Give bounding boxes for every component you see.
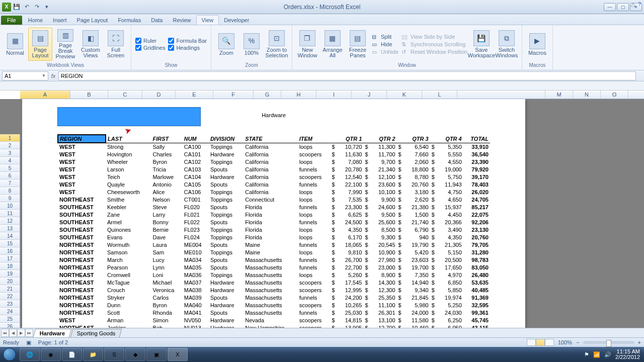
tab-developer[interactable]: Developer xyxy=(219,16,254,25)
column-header[interactable]: M xyxy=(545,90,573,99)
row-header[interactable]: 17 xyxy=(0,255,20,262)
gridlines-checkbox[interactable]: Gridlines xyxy=(135,45,165,51)
column-header[interactable]: H xyxy=(281,90,316,99)
row-header[interactable]: 25 xyxy=(0,315,20,323)
last-sheet-button[interactable]: ⏭ xyxy=(25,329,33,337)
row-header[interactable]: 5 xyxy=(0,164,20,172)
tab-page-layout[interactable]: Page Layout xyxy=(72,16,113,25)
save-workspace-button[interactable]: 💾Save Workspace xyxy=(469,28,494,61)
column-headers[interactable]: ABCDEFGHIJKLMNO xyxy=(20,90,644,99)
table-row[interactable]: WESTQuayleAntonioCA105SpoutsCaliforniafu… xyxy=(58,180,490,188)
column-header[interactable]: O xyxy=(601,90,628,99)
taskbar-explorer-icon[interactable]: 📁 xyxy=(83,348,103,361)
table-row[interactable]: WESTStrongSallyCA100ToppingsCalifornialo… xyxy=(58,143,490,150)
table-row[interactable]: SOUTHEASTArmelBonnyFL022SpoutsFloridafun… xyxy=(58,218,490,226)
maximize-button[interactable]: ▢ xyxy=(617,3,629,11)
table-row[interactable]: NORTHEASTCrouchVeronicaMA038HardwareMass… xyxy=(58,286,490,294)
table-row[interactable]: NORTHEASTMcTagueMichaelMA037HardwareMass… xyxy=(58,279,490,286)
table-row[interactable]: SOUTHEASTEvansDaveFL024ToppingsFloridalo… xyxy=(58,233,490,241)
taskbar-excel-icon[interactable]: X xyxy=(168,348,188,361)
row-header[interactable]: 6 xyxy=(0,172,20,179)
macros-button[interactable]: ▶Macros xyxy=(525,28,549,61)
sheet-tab-hardware[interactable]: Hardware xyxy=(33,329,72,337)
table-row[interactable]: SOUTHEASTZaneLarryFL021ToppingsFloridalo… xyxy=(58,211,490,218)
hide-button[interactable]: ▭Hide xyxy=(372,41,398,48)
worksheet-area[interactable]: 1234567891011121314151617181920212223242… xyxy=(0,99,644,342)
redo-icon[interactable]: ↷ xyxy=(32,3,41,12)
zoom-100-button[interactable]: %100% xyxy=(239,28,264,61)
column-header[interactable]: N xyxy=(573,90,601,99)
taskbar-ie-icon[interactable]: 🌐 xyxy=(20,348,40,361)
table-row[interactable]: WESTHovingtonCharlesCA101HardwareCalifor… xyxy=(58,150,490,158)
table-row[interactable]: NORTHEASTDunnByronMA040HardwareMassachus… xyxy=(58,301,490,309)
row-header[interactable]: 13 xyxy=(0,225,20,232)
freeze-panes-button[interactable]: ▤Freeze Panes xyxy=(346,28,370,61)
qat-dropdown-icon[interactable]: ▾ xyxy=(42,3,51,12)
headings-checkbox[interactable]: Headings xyxy=(168,45,207,51)
sheet-tab-sporting-goods[interactable]: Sporting Goods xyxy=(70,329,122,337)
zoom-selection-button[interactable]: ⊡Zoom to Selection xyxy=(265,28,289,61)
column-header[interactable]: G xyxy=(254,90,281,99)
table-row[interactable]: WESTCheeseworthAliceCA106ToppingsCalifor… xyxy=(58,188,490,196)
ruler-checkbox[interactable]: Ruler xyxy=(135,38,165,44)
windows-taskbar[interactable]: 🌐 ◉ 📄 📁 S ◆ ▣ X ⚑ 📶 🔊 11:15 AM2/22/2012 xyxy=(0,347,644,362)
help-icon[interactable]: ? xyxy=(638,1,641,8)
undo-icon[interactable]: ↶ xyxy=(22,3,31,12)
fx-icon[interactable]: fx xyxy=(48,73,58,79)
page-layout-shortcut[interactable] xyxy=(536,339,545,346)
normal-view-button[interactable]: ▦Normal xyxy=(3,28,27,61)
arrange-all-button[interactable]: ▦Arrange All xyxy=(320,28,345,61)
save-icon[interactable]: 💾 xyxy=(12,3,21,12)
column-header[interactable] xyxy=(457,90,545,99)
table-row[interactable]: NORTHEASTSmitheNelsonCT001ToppingsConnec… xyxy=(58,196,490,203)
column-header[interactable]: I xyxy=(316,90,352,99)
row-header[interactable]: 1 xyxy=(0,134,20,142)
switch-windows-button[interactable]: ⧉Switch Windows xyxy=(495,28,519,61)
column-header[interactable]: L xyxy=(422,90,457,99)
prev-sheet-button[interactable]: ◀ xyxy=(9,329,17,337)
row-header[interactable]: 7 xyxy=(0,179,20,187)
formula-bar[interactable]: REGION xyxy=(58,71,636,80)
taskbar-app-icon[interactable]: ◆ xyxy=(125,348,145,361)
minimize-button[interactable]: — xyxy=(604,3,616,11)
page-break-button[interactable]: ▥Page Break Preview xyxy=(53,28,77,61)
zoom-out-button[interactable]: − xyxy=(576,339,579,345)
row-headers[interactable]: 1234567891011121314151617181920212223242… xyxy=(0,134,20,330)
first-sheet-button[interactable]: ⏮ xyxy=(1,329,9,337)
tray-volume-icon[interactable]: 🔊 xyxy=(604,352,611,357)
row-header[interactable]: 15 xyxy=(0,240,20,247)
table-row[interactable]: NORTHEASTStrykerCarlosMA039SpoutsMassach… xyxy=(58,294,490,301)
row-header[interactable]: 20 xyxy=(0,278,20,285)
row-header[interactable]: 21 xyxy=(0,285,20,293)
zoom-level[interactable]: 100% xyxy=(558,339,572,345)
taskbar-chrome-icon[interactable]: ◉ xyxy=(41,348,61,361)
tray-clock[interactable]: 11:15 AM2/22/2012 xyxy=(615,349,640,360)
row-header[interactable]: 2 xyxy=(0,142,20,149)
table-row[interactable]: WESTTeichMarloweCA104HardwareCalifornias… xyxy=(58,173,490,180)
row-header[interactable]: 4 xyxy=(0,157,20,164)
table-row[interactable]: NORTHEASTWormuthLauraME004SpoutsMainefun… xyxy=(58,241,490,248)
normal-view-shortcut[interactable] xyxy=(527,339,536,346)
minimize-ribbon-icon[interactable]: △ xyxy=(631,1,635,8)
macro-record-icon[interactable]: ▣ xyxy=(26,339,31,346)
taskbar-skype-icon[interactable]: S xyxy=(104,348,124,361)
page-break-shortcut[interactable] xyxy=(545,339,554,346)
table-row[interactable]: NORTHEASTMarchLucyMA034SpoutsMassachuset… xyxy=(58,256,490,263)
zoom-in-button[interactable]: + xyxy=(638,339,641,345)
tray-network-icon[interactable]: 📶 xyxy=(593,352,600,357)
taskbar-notepad-icon[interactable]: 📄 xyxy=(62,348,82,361)
data-table[interactable]: REGIONLASTFIRSTNUMDIVISIONSTATEITEMQTR 1… xyxy=(57,134,490,331)
row-header[interactable]: 18 xyxy=(0,262,20,270)
new-window-button[interactable]: ❐New Window xyxy=(295,28,319,61)
row-header[interactable]: 22 xyxy=(0,293,20,300)
row-header[interactable]: 16 xyxy=(0,247,20,255)
split-button[interactable]: ⊟Split xyxy=(372,34,398,40)
table-row[interactable]: WESTLarsonTriciaCA103SpoutsCaliforniafun… xyxy=(58,165,490,173)
table-row[interactable]: NORTHEASTCromwellLoniMA036ToppingsMassac… xyxy=(58,271,490,279)
column-header[interactable]: J xyxy=(352,90,387,99)
tab-insert[interactable]: Insert xyxy=(48,16,72,25)
zoom-slider[interactable] xyxy=(584,341,634,343)
column-header[interactable]: D xyxy=(142,90,176,99)
taskbar-camtasia-icon[interactable]: ▣ xyxy=(146,348,167,361)
row-header[interactable]: 23 xyxy=(0,300,20,308)
